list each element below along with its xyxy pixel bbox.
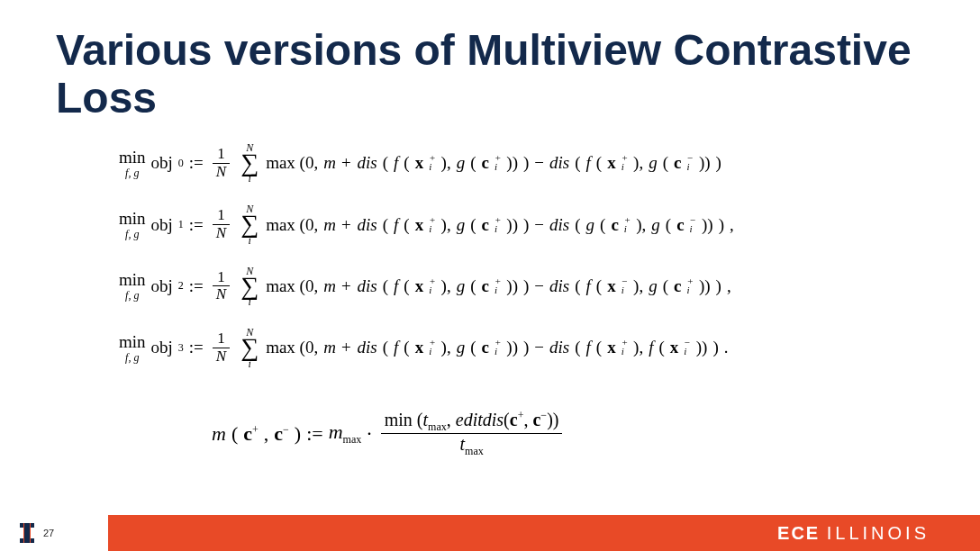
one-over-n: 1N xyxy=(213,207,230,241)
slide-title: Various versions of Multiview Contrastiv… xyxy=(56,27,953,122)
min-operator: min f, g xyxy=(119,333,146,363)
margin-fraction: min (tmax, editdis(c+, c−)) tmax xyxy=(381,410,563,457)
summation: N ∑ i xyxy=(240,203,259,245)
summation: N ∑ i xyxy=(240,266,259,307)
ece-illinois-wordmark: ECE ILLINOIS xyxy=(777,523,930,544)
illinois-block-i-icon xyxy=(20,523,34,543)
one-over-n: 1N xyxy=(213,330,230,365)
objective-3: min f, g obj3 := 1N N ∑ i max (0, m + di… xyxy=(119,327,876,368)
min-operator: min f, g xyxy=(119,149,146,178)
summation: N ∑ i xyxy=(240,142,259,184)
page-number: 27 xyxy=(43,528,54,538)
objective-0: min f, g obj0 := 1N N ∑ i max (0, m + di… xyxy=(119,142,876,184)
summation: N ∑ i xyxy=(240,327,259,368)
objective-2: min f, g obj2 := 1N N ∑ i max (0, m + di… xyxy=(119,266,876,307)
margin-definition: m ( c+ , c− ) := mmax · min (tmax, editd… xyxy=(212,410,566,457)
min-operator: min f, g xyxy=(119,210,146,239)
one-over-n: 1N xyxy=(213,146,230,180)
slide-footer: 27 ECE ILLINOIS xyxy=(0,497,980,551)
slide: Various versions of Multiview Contrastiv… xyxy=(0,0,980,551)
equation-block: min f, g obj0 := 1N N ∑ i max (0, m + di… xyxy=(119,142,876,389)
footer-left: 27 xyxy=(0,515,108,551)
m-symbol: m xyxy=(212,422,226,446)
min-operator: min f, g xyxy=(119,271,146,301)
footer-orange-bar: ECE ILLINOIS xyxy=(108,515,980,551)
objective-1: min f, g obj1 := 1N N ∑ i max (0, m + di… xyxy=(119,203,876,245)
one-over-n: 1N xyxy=(213,269,230,303)
